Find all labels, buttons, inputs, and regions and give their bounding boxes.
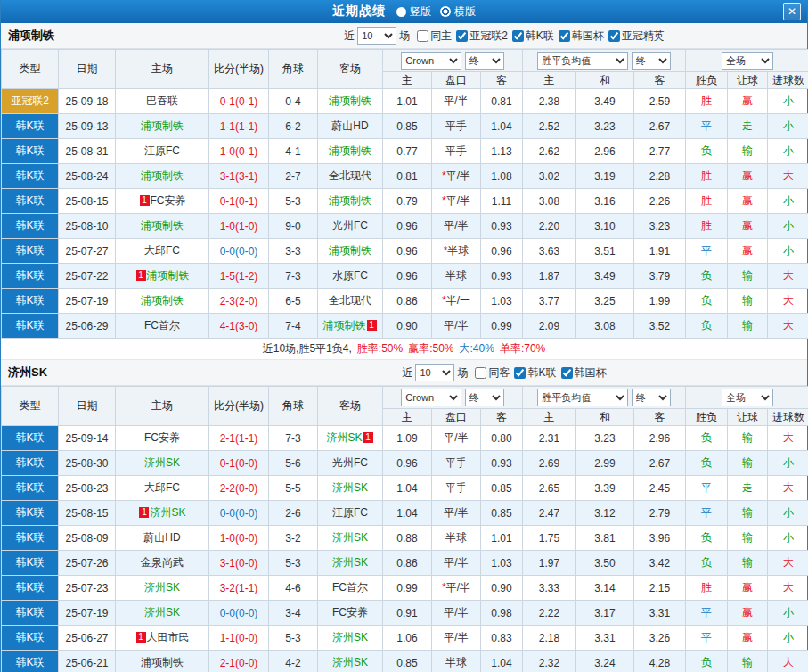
result-cell: 平 bbox=[686, 601, 728, 626]
table-row: 韩K联25-07-221浦项制铁1-5(1-2)7-3水原FC0.96半球0.9… bbox=[2, 264, 808, 289]
league-filter-checkbox[interactable] bbox=[475, 367, 486, 379]
red-card-badge: 1 bbox=[136, 632, 146, 643]
handicap-result-cell: 输 bbox=[728, 651, 768, 672]
handicap-cell: 平/半 bbox=[432, 551, 481, 576]
europe-odds-select[interactable]: 胜平负均值 bbox=[537, 389, 628, 406]
result-cell: 平 bbox=[686, 476, 728, 501]
titlebar: 近期战绩 竖版横版 ✕ bbox=[1, 0, 807, 23]
league-filter[interactable]: 韩K联 bbox=[512, 29, 554, 44]
league-filter-checkbox[interactable] bbox=[417, 30, 428, 42]
odds-company-select[interactable]: Crown bbox=[401, 52, 461, 70]
scope-select[interactable]: 全场 bbox=[722, 389, 773, 406]
handicap-result-cell: 赢 bbox=[728, 239, 768, 264]
table-row: 韩K联25-06-21浦项制铁2-1(0-0)4-2济州SK0.85半球1.04… bbox=[2, 651, 808, 672]
away-team-cell: 济州SK bbox=[318, 526, 383, 551]
league-filter[interactable]: 亚冠精英 bbox=[608, 29, 665, 44]
ah-home-odds-cell: 0.79 bbox=[383, 189, 432, 214]
goals-result-cell: 小 bbox=[768, 114, 808, 139]
red-card-badge: 1 bbox=[139, 507, 149, 518]
europe-stage-select[interactable]: 终 bbox=[632, 389, 671, 406]
league-filter-checkbox[interactable] bbox=[512, 30, 524, 42]
result-cell: 负 bbox=[686, 651, 728, 672]
league-filter-checkbox[interactable] bbox=[561, 367, 573, 379]
summary-segment: 近10场,胜5平1负4, bbox=[263, 341, 352, 356]
scope-select[interactable]: 全场 bbox=[722, 52, 773, 70]
filter-label: 韩国杯 bbox=[575, 365, 607, 381]
col-home: 主场 bbox=[116, 50, 209, 89]
odds-company-select[interactable]: Crown bbox=[401, 389, 461, 406]
europe-odds-select[interactable]: 胜平负均值 bbox=[537, 52, 628, 70]
league-filter[interactable]: 同客 bbox=[475, 365, 510, 381]
handicap-result-cell: 赢 bbox=[728, 189, 768, 214]
handicap-cell: 平/半 bbox=[432, 501, 481, 526]
col-ah-away: 客 bbox=[481, 409, 523, 426]
handicap-cell: 平手 bbox=[432, 451, 481, 476]
home-team-cell: 蔚山HD bbox=[116, 526, 209, 551]
league-filter-checkbox[interactable] bbox=[559, 30, 570, 42]
europe-away-odds-cell: 2.28 bbox=[634, 164, 686, 189]
team-name: 济州SK bbox=[326, 431, 362, 444]
europe-away-odds-cell: 3.96 bbox=[634, 526, 686, 551]
league-filter-checkbox[interactable] bbox=[608, 30, 620, 42]
orientation-radio-horizontal[interactable]: 横版 bbox=[440, 4, 476, 20]
handicap-cell: *平/半 bbox=[432, 576, 481, 601]
home-team-cell: 浦项制铁 bbox=[116, 114, 209, 139]
filter-label: 同客 bbox=[488, 365, 510, 381]
corners-cell: 5-3 bbox=[269, 189, 318, 214]
ah-away-odds-cell: 0.81 bbox=[481, 89, 523, 114]
col-ah-home: 主 bbox=[383, 72, 432, 89]
match-date-cell: 25-07-27 bbox=[59, 239, 116, 264]
orientation-radio-vertical[interactable]: 竖版 bbox=[396, 4, 431, 20]
europe-draw-odds-cell: 2.99 bbox=[576, 451, 634, 476]
games-count-select[interactable]: 10 bbox=[357, 27, 396, 45]
matches-table: 类型 日期 主场 比分(半场) 角球 客场 Crown 终 胜平负均值 终 bbox=[1, 386, 808, 672]
col-eu-away: 客 bbox=[634, 409, 686, 426]
handicap-star: * bbox=[442, 169, 446, 182]
games-count-select[interactable]: 10 bbox=[415, 364, 454, 381]
corners-cell: 6-2 bbox=[269, 114, 318, 139]
match-type-cell: 韩K联 bbox=[2, 426, 59, 451]
league-filter[interactable]: 韩国杯 bbox=[559, 29, 604, 44]
team-section-jeju: 济州SK 近 10 场 同客韩K联韩国杯 类型 日期 主 bbox=[1, 360, 807, 672]
europe-away-odds-cell: 2.79 bbox=[634, 501, 686, 526]
league-filter[interactable]: 韩K联 bbox=[514, 365, 556, 381]
table-row: 韩K联25-08-31江原FC1-0(0-1)4-1浦项制铁0.77平手1.13… bbox=[2, 139, 808, 164]
away-team-cell: 济州SK1 bbox=[318, 426, 383, 451]
result-cell: 胜 bbox=[686, 189, 728, 214]
table-row: 韩K联25-09-14FC安养2-1(1-1)7-3济州SK11.09平/半0.… bbox=[2, 426, 808, 451]
home-team-cell: 1大田市民 bbox=[116, 626, 209, 651]
league-filter[interactable]: 同主 bbox=[417, 29, 452, 44]
home-team-cell: 济州SK bbox=[116, 601, 209, 626]
odds-stage-select[interactable]: 终 bbox=[465, 389, 504, 406]
europe-home-odds-cell: 2.32 bbox=[523, 651, 576, 672]
match-date-cell: 25-09-18 bbox=[59, 89, 116, 114]
match-date-cell: 25-07-22 bbox=[59, 264, 116, 289]
close-button[interactable]: ✕ bbox=[783, 3, 801, 20]
recent-results-window: 近期战绩 竖版横版 ✕ 浦项制铁 近 10 场 同主亚冠联2韩K联韩国杯亚冠精英 bbox=[0, 0, 808, 672]
league-filter-checkbox[interactable] bbox=[456, 30, 468, 42]
near-label: 近 bbox=[344, 29, 355, 44]
corners-cell: 0-4 bbox=[269, 89, 318, 114]
home-team-cell: 浦项制铁 bbox=[116, 651, 209, 672]
europe-draw-odds-cell: 3.23 bbox=[576, 426, 634, 451]
league-filter-checkbox[interactable] bbox=[514, 367, 526, 379]
europe-draw-odds-cell: 3.16 bbox=[576, 189, 634, 214]
team-name: 光州FC bbox=[332, 456, 368, 469]
corners-cell: 7-3 bbox=[269, 264, 318, 289]
ah-away-odds-cell: 1.03 bbox=[481, 551, 523, 576]
handicap-result-cell: 赢 bbox=[728, 164, 768, 189]
europe-stage-select[interactable]: 终 bbox=[632, 52, 671, 70]
league-filter[interactable]: 亚冠联2 bbox=[456, 29, 508, 44]
table-row: 韩K联25-08-10浦项制铁1-0(1-0)9-0光州FC0.96平/半0.9… bbox=[2, 214, 808, 239]
ah-away-odds-cell: 1.11 bbox=[481, 189, 523, 214]
col-type: 类型 bbox=[2, 50, 59, 89]
filter-label: 亚冠精英 bbox=[622, 29, 665, 44]
odds-stage-select[interactable]: 终 bbox=[465, 52, 504, 70]
col-corner: 角球 bbox=[269, 387, 318, 426]
corners-cell: 3-4 bbox=[269, 601, 318, 626]
score-cell: 4-1(3-0) bbox=[209, 314, 269, 339]
home-team-cell: 大邱FC bbox=[116, 476, 209, 501]
league-filter[interactable]: 韩国杯 bbox=[561, 365, 607, 381]
table-row: 韩K联25-08-151FC安养0-1(0-1)5-3浦项制铁0.79*平/半1… bbox=[2, 189, 808, 214]
ah-home-odds-cell: 0.90 bbox=[383, 314, 432, 339]
